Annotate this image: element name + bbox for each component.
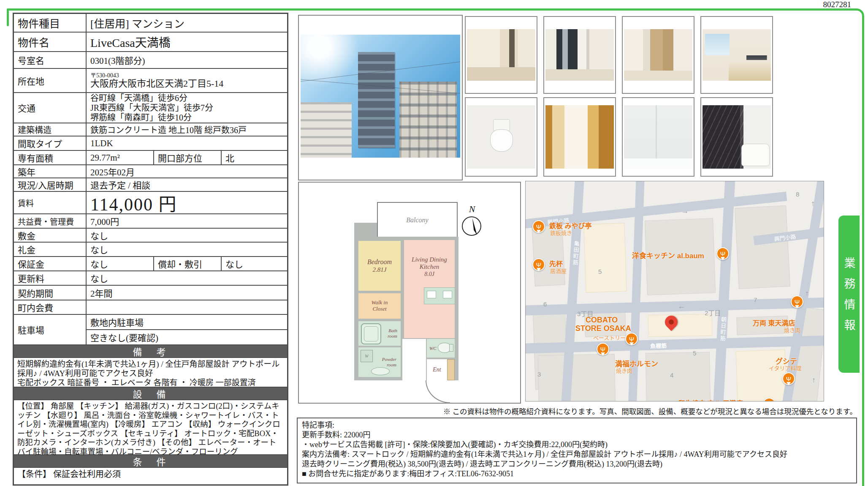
restaurant-pin-icon[interactable]: Ψ xyxy=(782,372,795,385)
row-value: 7,000円 xyxy=(87,214,287,228)
disclaimer-text: ※ この資料は物件の概略紹介資料になります。写真、間取図面、設備、概要などが現況… xyxy=(312,406,857,416)
road-label-komon2: 興門小路 xyxy=(773,232,796,243)
photo-image xyxy=(545,29,614,81)
notes-line: 更新手数料: 22000円 xyxy=(302,430,852,440)
guarantee-value: なし xyxy=(87,257,154,270)
ldk-label: Living Dining xyxy=(412,256,447,263)
sink-shape xyxy=(427,291,436,298)
road-label-uodana: 魚棚筋 xyxy=(650,341,667,350)
compass-north-label: N xyxy=(463,204,481,215)
powder-label: Powder xyxy=(382,357,396,362)
row-value: [住居用] マンション xyxy=(87,14,287,32)
one-way-arrow: → xyxy=(681,207,689,216)
row-label: 契約期間 xyxy=(14,286,87,300)
location-map[interactable]: 興門小路 興門小路 魚棚筋 亀田町筋 朝日町筋 → ← → ↑ ↑ ↑ 8 6 … xyxy=(525,181,824,401)
row-value xyxy=(87,300,287,314)
remarks-header: 備 考 xyxy=(14,344,287,357)
table-row-guarantee: 保証金 なし 償却・敷引 なし xyxy=(14,256,287,270)
map-block xyxy=(648,314,713,337)
wic-label: Walk in xyxy=(372,300,388,306)
equipment-header: 設 備 xyxy=(14,387,287,399)
row-label: 敷金 xyxy=(14,229,87,242)
row-value: 2025年02月 xyxy=(87,165,287,177)
block-number: 3 xyxy=(537,371,541,378)
road-label-kameda: 亀田町筋 xyxy=(571,240,580,266)
table-row-transit: 交通 谷町線「天満橋」徒歩6分 JR東西線「大阪天満宮」徒歩7分 堺筋線「南森町… xyxy=(14,92,287,123)
map-block xyxy=(538,354,616,401)
row-label: 更新料 xyxy=(14,271,87,285)
amortization-label: 償却・敷引 xyxy=(154,257,222,270)
toilet-icon xyxy=(438,343,451,353)
restaurant-pin-icon[interactable]: Ψ xyxy=(532,220,545,233)
floorplan-bedroom: Bedroom 2.81J xyxy=(358,241,401,291)
block-number: 8 xyxy=(796,191,799,198)
shoes-box-shape xyxy=(447,359,455,380)
row-value: なし xyxy=(87,243,287,256)
fork-glyph: Ψ xyxy=(767,401,772,402)
powder-label2: room xyxy=(387,362,396,368)
poi-senpai-sub: 居酒屋 xyxy=(550,267,567,275)
ldk-label2: Kitchen xyxy=(420,263,439,270)
compass-icon xyxy=(462,216,481,236)
document-number: 8027281 xyxy=(777,0,851,9)
transit-line: JR東西線「大阪天満宮」徒歩7分 xyxy=(90,103,213,113)
one-way-arrow: ↑ xyxy=(805,289,809,298)
photo-shower-room xyxy=(622,97,694,177)
restaurant-pin-icon[interactable]: Ψ xyxy=(625,333,638,345)
table-row-parking: 駐車場 敷地内駐車場 空きなし(要確認) xyxy=(14,314,287,344)
parking-bottom: 空きなし(要確認) xyxy=(87,330,287,344)
conditions-text: 【条件】 保証会社利用必須 xyxy=(14,468,124,484)
restaurant-pin-icon[interactable]: Ψ xyxy=(716,247,729,260)
poi-manryo-sub: 焼き肉 xyxy=(784,326,800,334)
green-frame-right xyxy=(862,18,864,486)
poi-manpuku-sub: 焼き肉 xyxy=(616,366,632,374)
building-neighbor-right xyxy=(399,82,457,158)
amortization-value: なし xyxy=(222,257,287,270)
restaurant-pin-icon[interactable]: Ψ xyxy=(532,258,545,271)
row-label: 町内会費 xyxy=(14,300,87,314)
row-label: 礼金 xyxy=(14,243,87,256)
poi-albaum-name[interactable]: 洋食キッチン al.baum xyxy=(632,250,704,260)
row-value: 鉄筋コンクリート造 地上10階 総戸数36戸 xyxy=(87,123,287,136)
stove-shape xyxy=(443,291,452,298)
table-row-type: 物件種目 [住居用] マンション xyxy=(14,14,287,32)
entrance-label: Ent xyxy=(433,366,441,373)
table-row-structure: 建築構造 鉄筋コンクリート造 地上10階 総戸数36戸 xyxy=(14,123,287,136)
one-way-arrow: ↑ xyxy=(811,199,815,208)
washer-icon: W xyxy=(361,350,373,362)
bath-label2: room xyxy=(388,333,397,339)
map-block xyxy=(583,223,627,292)
building-photo-image xyxy=(301,35,460,158)
poi-nikuhachi-name[interactable]: 和牛焼肉 肉八 天満店 xyxy=(678,398,743,401)
row-label: 物件種目 xyxy=(14,14,87,32)
fork-glyph: Ψ xyxy=(720,250,726,257)
block-number: 5 xyxy=(693,349,696,357)
photo-image xyxy=(624,29,692,81)
photo-building-exterior xyxy=(298,15,463,180)
row-label: 号室名 xyxy=(14,52,87,68)
table-row-area: 専有面積 29.77m² 開口部方位 北 xyxy=(14,150,287,164)
row-value: 0301(3階部分) xyxy=(87,52,287,68)
map-block xyxy=(735,205,790,289)
business-info-tab[interactable]: 業務情報 xyxy=(838,216,860,373)
floorplan-hall xyxy=(402,339,426,380)
notes-line: 特記事項: xyxy=(302,420,852,430)
address: 大阪府大阪市北区天満2丁目5-14 xyxy=(90,79,223,89)
remarks-block: 短期解約違約金有(1年未満で共込1ヶ月) / 全住戸角部屋設計 アウトポール採用… xyxy=(14,357,287,387)
poi-cobato-name[interactable]: COBATO xyxy=(586,316,618,325)
table-row-room: 号室名 0301(3階部分) xyxy=(14,51,287,68)
photo-image xyxy=(703,105,771,169)
restaurant-pin-icon[interactable]: Ψ xyxy=(791,295,803,308)
postal-code: 〒530-0043 xyxy=(90,72,119,79)
restaurant-pin-icon[interactable]: Ψ xyxy=(597,343,609,355)
row-value: 2年間 xyxy=(87,286,287,300)
parking-top: 敷地内駐車場 xyxy=(87,315,287,330)
photo-bathroom xyxy=(700,97,773,177)
kitchen-counter-shape xyxy=(424,287,455,304)
table-row-keymoney: 礼金 なし xyxy=(14,242,287,256)
floorplan-walk-in-closet: Walk in Closet xyxy=(358,293,401,319)
bathtub-shape xyxy=(741,144,770,166)
photo-living-room xyxy=(465,16,537,94)
row-label: 築年 xyxy=(14,165,87,177)
green-frame-left-stub xyxy=(7,8,9,26)
